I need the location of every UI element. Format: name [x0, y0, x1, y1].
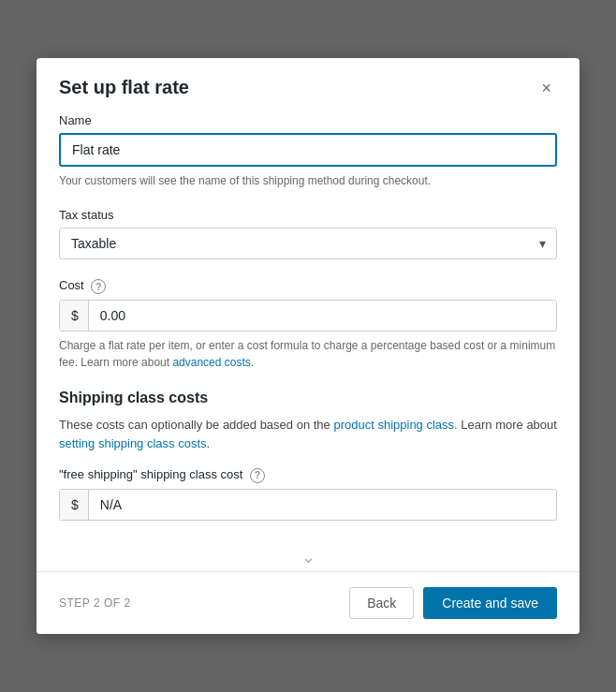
- back-button[interactable]: Back: [349, 587, 414, 619]
- modal-dialog: Set up flat rate × Name Your customers w…: [37, 58, 579, 633]
- cost-input[interactable]: [89, 301, 556, 331]
- advanced-costs-link[interactable]: advanced costs: [172, 356, 250, 369]
- modal-body: Name Your customers will see the name of…: [37, 113, 579, 570]
- name-input[interactable]: [59, 133, 557, 167]
- tax-status-label: Tax status: [59, 208, 557, 222]
- modal-title: Set up flat rate: [59, 77, 189, 98]
- name-field-group: Name Your customers will see the name of…: [59, 113, 557, 189]
- step-label: STEP 2 OF 2: [59, 596, 131, 610]
- create-and-save-button[interactable]: Create and save: [423, 587, 557, 619]
- cost-help-icon[interactable]: ?: [91, 279, 106, 294]
- product-shipping-class-link[interactable]: product shipping class: [333, 418, 454, 432]
- name-label: Name: [59, 113, 557, 127]
- modal-footer: STEP 2 OF 2 Back Create and save: [37, 571, 579, 634]
- name-hint: Your customers will see the name of this…: [59, 172, 557, 189]
- cost-hint: Charge a flat rate per item, or enter a …: [59, 337, 557, 371]
- modal-header: Set up flat rate ×: [37, 58, 579, 113]
- tax-status-field-group: Tax status Taxable None ▾: [59, 208, 557, 259]
- shipping-class-section: Shipping class costs These costs can opt…: [59, 390, 557, 521]
- free-shipping-help-icon[interactable]: ?: [250, 468, 265, 483]
- free-shipping-input-wrapper: $: [59, 489, 557, 521]
- tax-status-select-wrapper: Taxable None ▾: [59, 228, 557, 259]
- cost-field-group: Cost ? $ Charge a flat rate per item, or…: [59, 278, 557, 371]
- free-shipping-input[interactable]: [89, 490, 556, 520]
- shipping-class-desc: These costs can optionally be added base…: [59, 416, 557, 452]
- cost-currency-prefix: $: [60, 301, 89, 331]
- scroll-indicator: ⌄: [59, 539, 557, 571]
- free-shipping-currency-prefix: $: [60, 490, 89, 520]
- cost-label: Cost ?: [59, 278, 557, 294]
- tax-status-select[interactable]: Taxable None: [59, 228, 557, 259]
- footer-buttons: Back Create and save: [349, 587, 557, 619]
- setting-shipping-class-costs-link[interactable]: setting shipping class costs: [59, 436, 207, 450]
- close-button[interactable]: ×: [535, 78, 557, 98]
- cost-input-wrapper: $: [59, 300, 557, 331]
- shipping-class-title: Shipping class costs: [59, 390, 557, 406]
- free-shipping-label: "free shipping" shipping class cost ?: [59, 467, 557, 483]
